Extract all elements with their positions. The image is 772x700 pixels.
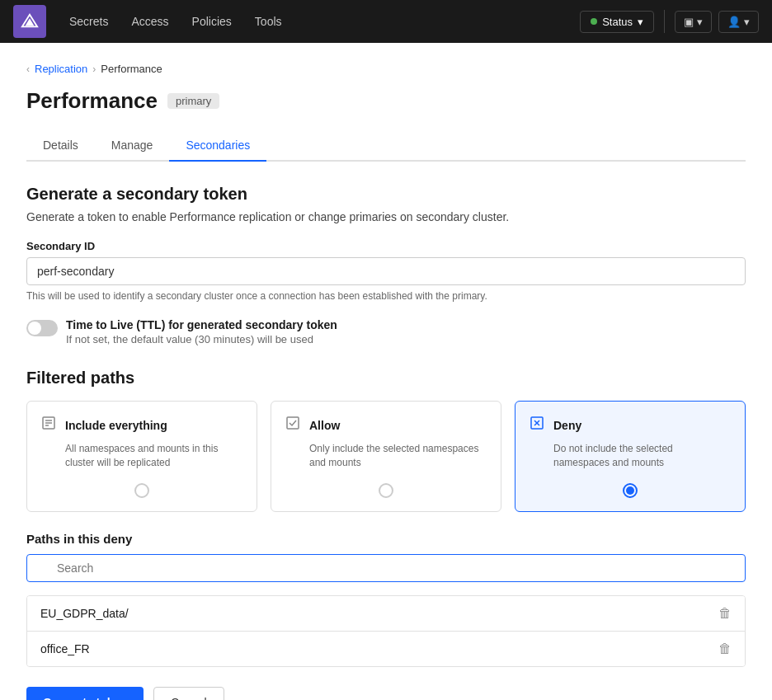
paths-search-input[interactable] [26,554,746,582]
terminal-button[interactable]: ▣ ▾ [675,11,712,33]
path-item-0: EU_GDPR_data/ 🗑 [27,596,745,632]
filter-card-include[interactable]: Include everything All namespaces and mo… [26,401,257,512]
nav-right: Status ▾ ▣ ▾ 👤 ▾ [580,10,759,33]
tab-secondaries[interactable]: Secondaries [169,130,266,162]
secondary-id-hint: This will be used to identify a secondar… [26,290,746,302]
tab-manage[interactable]: Manage [95,130,170,162]
svg-rect-6 [287,417,299,429]
ttl-label: Time to Live (TTL) for generated seconda… [66,318,337,331]
include-desc: All namespaces and mounts in this cluste… [40,442,243,470]
allow-radio[interactable] [285,483,487,498]
terminal-icon: ▣ [684,16,694,28]
breadcrumb-parent[interactable]: Replication [35,63,87,75]
path-delete-0[interactable]: 🗑 [718,606,732,621]
filter-card-allow-header: Allow [285,415,487,435]
cancel-button[interactable]: Cancel [153,687,224,700]
action-buttons: Generate token Cancel [26,687,746,700]
include-radio-outer [134,483,149,498]
include-icon [40,415,57,435]
nav-divider-1 [664,10,665,33]
generate-token-title: Generate a secondary token [26,185,746,204]
allow-icon [285,415,301,435]
deny-radio[interactable] [529,483,732,498]
filter-card-allow[interactable]: Allow Only include the selected namespac… [271,401,501,512]
status-chevron-icon: ▾ [638,16,643,28]
secondary-id-input[interactable] [26,257,746,285]
generate-token-button[interactable]: Generate token [26,687,144,700]
include-title: Include everything [65,419,167,432]
filter-card-deny-header: Deny [529,415,732,435]
secondary-id-label: Secondary ID [26,240,746,252]
include-radio[interactable] [40,483,243,498]
paths-deny-title: Paths in this deny [26,532,746,546]
allow-radio-outer [379,483,393,498]
page-title: Performance [26,88,158,114]
nav-links: Secrets Access Policies Tools [59,10,573,33]
ttl-sublabel: If not set, the default value (30 minute… [66,333,337,345]
page-badge: primary [167,93,219,109]
filter-cards: Include everything All namespaces and mo… [26,401,746,512]
top-nav: Secrets Access Policies Tools Status ▾ ▣… [0,0,772,43]
deny-title: Deny [553,419,581,432]
filter-card-include-header: Include everything [40,415,243,435]
deny-icon [529,415,545,435]
path-delete-1[interactable]: 🗑 [718,641,732,656]
allow-desc: Only include the selected namespaces and… [285,442,487,470]
main-content: ‹ Replication › Performance Performance … [0,43,772,700]
ttl-label-group: Time to Live (TTL) for generated seconda… [66,318,337,345]
path-name-0: EU_GDPR_data/ [40,607,129,620]
deny-radio-outer [623,483,638,498]
breadcrumb: ‹ Replication › Performance [26,63,746,75]
tab-details[interactable]: Details [26,130,95,162]
filter-card-deny[interactable]: Deny Do not include the selected namespa… [515,401,746,512]
breadcrumb-current: Performance [101,63,162,75]
allow-title: Allow [309,419,340,432]
nav-access[interactable]: Access [121,10,178,33]
ttl-toggle[interactable] [26,320,58,336]
page-title-row: Performance primary [26,88,746,114]
path-item-1: office_FR 🗑 [27,632,745,666]
filtered-paths-title: Filtered paths [26,369,746,388]
status-button[interactable]: Status ▾ [580,11,654,33]
breadcrumb-separator: › [92,63,96,75]
search-wrapper: 🔍 [26,554,746,589]
status-label: Status [602,16,633,28]
user-chevron-icon: ▾ [744,16,750,28]
path-name-1: office_FR [40,642,90,655]
ttl-toggle-row: Time to Live (TTL) for generated seconda… [26,318,746,345]
nav-policies[interactable]: Policies [182,10,242,33]
terminal-chevron-icon: ▾ [697,16,703,28]
path-list: EU_GDPR_data/ 🗑 office_FR 🗑 [26,595,746,667]
user-button[interactable]: 👤 ▾ [718,11,759,33]
nav-tools[interactable]: Tools [245,10,292,33]
user-icon: 👤 [727,16,741,28]
generate-token-desc: Generate a token to enable Performance r… [26,210,746,223]
status-indicator [591,18,597,25]
logo[interactable] [13,5,46,38]
tabs: Details Manage Secondaries [26,130,746,162]
deny-desc: Do not include the selected namespaces a… [529,442,732,470]
deny-radio-inner [626,486,634,495]
breadcrumb-chevron-icon: ‹ [26,63,30,75]
nav-secrets[interactable]: Secrets [59,10,118,33]
